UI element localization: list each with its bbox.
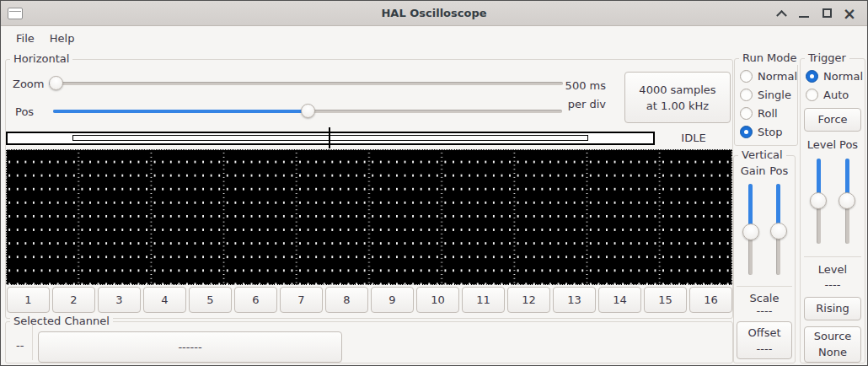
close-icon: × [843, 6, 856, 21]
trigger-level-slider-label: Level [807, 138, 836, 151]
channel-button-15[interactable]: 15 [644, 287, 687, 313]
radio-label: Stop [758, 126, 783, 138]
run-mode-option-normal[interactable]: Normal [740, 70, 797, 83]
offset-button-value: ---- [757, 341, 773, 357]
maximize-icon [822, 8, 832, 18]
vertical-group: Vertical Gain Pos Scale ---- Offset ---- [733, 155, 796, 363]
slider-thumb[interactable] [301, 104, 315, 118]
scale-value: ---- [737, 304, 792, 317]
chevron-up-icon [776, 10, 787, 21]
slider-thumb[interactable] [810, 192, 827, 209]
run-mode-option-stop[interactable]: Stop [740, 126, 797, 138]
divider [804, 256, 861, 257]
source-button[interactable]: Source None [804, 326, 861, 363]
channel-button-11[interactable]: 11 [462, 287, 505, 313]
offset-button-label: Offset [747, 325, 780, 341]
slope-button[interactable]: Rising [804, 297, 861, 320]
channel-button-4[interactable]: 4 [143, 287, 186, 313]
trigger-option-normal[interactable]: Normal [804, 70, 861, 83]
run-mode-group-label: Run Mode [739, 51, 800, 65]
timebase-unit: per div [547, 95, 606, 114]
horizontal-pos-slider[interactable] [53, 104, 562, 119]
channel-button-2[interactable]: 2 [52, 287, 95, 313]
channel-button-10[interactable]: 10 [416, 287, 459, 313]
app-window: HAL Oscilloscope × File Help Horizontal … [0, 0, 868, 366]
channel-button-6[interactable]: 6 [234, 287, 277, 313]
timebase-readout: 500 ms per div [547, 77, 606, 114]
radio-label: Normal [823, 70, 863, 83]
run-mode-option-single[interactable]: Single [740, 89, 797, 101]
trigger-level-label: Level [804, 263, 861, 276]
run-mode-option-roll[interactable]: Roll [740, 107, 797, 120]
slider-track[interactable] [49, 82, 563, 85]
menu-file[interactable]: File [8, 30, 42, 47]
vertical-pos-slider[interactable] [770, 184, 787, 275]
trigger-group-label: Trigger [805, 51, 849, 65]
vertical-gain-slider[interactable] [742, 184, 759, 275]
minimize-button[interactable] [796, 6, 812, 21]
close-button[interactable]: × [842, 6, 857, 21]
force-button[interactable]: Force [804, 108, 861, 132]
record-cursor[interactable] [329, 127, 330, 148]
pos-slider-label: Pos [15, 105, 34, 118]
channel-button-12[interactable]: 12 [507, 287, 550, 313]
vpos-slider-label: Pos [769, 164, 788, 177]
selected-channel-label: Selected Channel [10, 315, 113, 328]
selected-channel-group: Selected Channel -- ------ [5, 321, 733, 363]
maximize-button[interactable] [819, 6, 834, 21]
radio-icon[interactable] [806, 70, 818, 83]
radio-icon[interactable] [806, 89, 818, 101]
slider-thumb[interactable] [49, 76, 63, 90]
trigger-option-auto[interactable]: Auto [804, 89, 861, 101]
minimize-icon [799, 16, 809, 19]
source-button-value: None [818, 344, 847, 360]
timebase-rate: 500 ms [547, 77, 606, 95]
channel-button-13[interactable]: 13 [553, 287, 596, 313]
menu-help[interactable]: Help [42, 30, 83, 47]
vertical-group-label: Vertical [738, 148, 786, 162]
radio-label: Auto [823, 89, 849, 101]
channel-button-row: 1 2 3 4 5 6 7 8 9 10 11 12 13 14 15 16 [7, 287, 732, 313]
slider-fill [53, 110, 308, 113]
channel-button-14[interactable]: 14 [598, 287, 641, 313]
divider [32, 325, 33, 360]
scope-display[interactable] [6, 149, 732, 285]
divider [737, 286, 792, 287]
channel-button-9[interactable]: 9 [371, 287, 414, 313]
shade-button[interactable] [774, 6, 789, 21]
horizontal-zoom-slider[interactable] [49, 76, 563, 91]
channel-button-3[interactable]: 3 [98, 287, 141, 313]
radio-icon[interactable] [740, 126, 753, 138]
selected-channel-value: -- [16, 339, 24, 352]
selected-channel-source-button[interactable]: ------ [38, 331, 342, 363]
channel-button-7[interactable]: 7 [280, 287, 323, 313]
zoom-slider-label: Zoom [13, 78, 44, 90]
window-title: HAL Oscilloscope [1, 7, 867, 19]
slider-thumb[interactable] [839, 192, 855, 209]
slider-thumb[interactable] [770, 223, 787, 240]
channel-button-16[interactable]: 16 [689, 287, 732, 313]
title-bar[interactable]: HAL Oscilloscope × [1, 1, 867, 26]
slider-thumb[interactable] [742, 223, 759, 240]
channel-button-1[interactable]: 1 [7, 287, 50, 313]
trigger-group: Trigger Normal Auto Force Level Pos [800, 58, 865, 363]
trigger-level-value: ---- [804, 278, 861, 291]
scale-label: Scale [737, 292, 792, 304]
status-label: IDLE [665, 132, 722, 144]
gain-slider-label: Gain [741, 164, 766, 177]
radio-icon[interactable] [740, 70, 753, 83]
record-view-bar[interactable] [6, 132, 655, 145]
samples-button[interactable]: 4000 samples at 1.00 kHz [624, 72, 731, 123]
channel-button-5[interactable]: 5 [189, 287, 232, 313]
channel-button-8[interactable]: 8 [325, 287, 368, 313]
radio-icon[interactable] [740, 89, 753, 101]
offset-button[interactable]: Offset ---- [737, 321, 792, 359]
trigger-pos-slider[interactable] [839, 159, 855, 244]
radio-icon[interactable] [740, 107, 753, 120]
trigger-pos-slider-label: Pos [839, 138, 858, 151]
menu-bar: File Help [1, 27, 867, 50]
run-mode-group: Run Mode Normal Single Roll Stop [734, 58, 798, 146]
radio-label: Roll [758, 107, 778, 120]
trigger-level-slider[interactable] [810, 159, 827, 244]
samples-rate: at 1.00 kHz [646, 98, 709, 114]
